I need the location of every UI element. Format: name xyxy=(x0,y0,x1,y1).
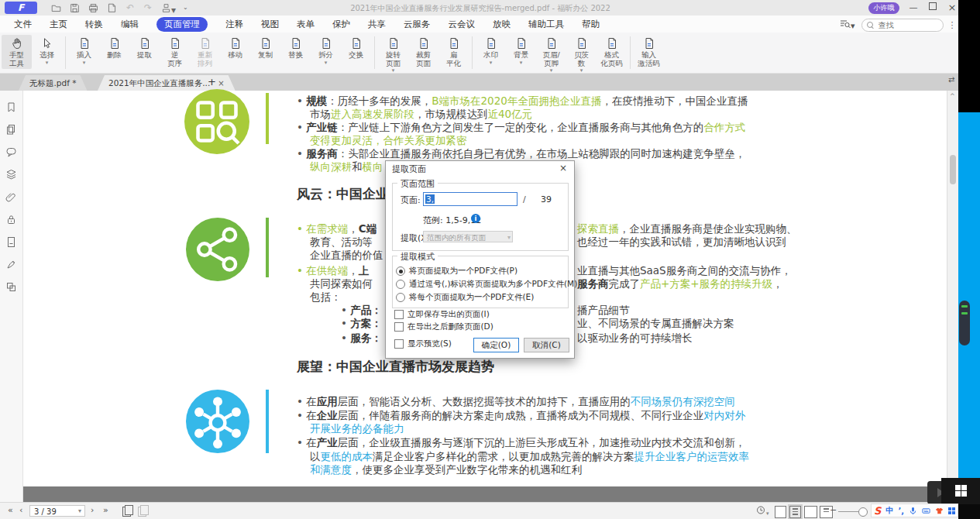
radio-comma-multi-pdf[interactable]: 通过逗号(,)标识将页面提取为多个PDF文件(M) xyxy=(396,279,577,290)
extract-page-button[interactable]: 提取 xyxy=(129,35,160,61)
menu-tab-1[interactable]: 文件 xyxy=(14,19,32,30)
prev-page-button[interactable]: ‹ xyxy=(19,505,22,515)
swap-panel-icon[interactable]: ⇄ xyxy=(948,75,954,84)
zoom-out-button[interactable]: − xyxy=(830,505,837,515)
find-replace-icon[interactable]: ▾ xyxy=(840,19,855,31)
radio-icon[interactable] xyxy=(396,293,405,302)
last-page-button[interactable]: » xyxy=(103,505,108,515)
attachment-icon[interactable] xyxy=(5,191,18,204)
menu-tab-15[interactable]: 帮助 xyxy=(582,19,600,30)
tab-untitled[interactable]: 无标题.pdf * xyxy=(19,75,87,91)
menu-tab-7[interactable]: 视图 xyxy=(261,19,279,30)
crop-page-button[interactable]: 裁剪 页面 xyxy=(408,35,438,69)
rotate-view-icon[interactable]: ▾ xyxy=(756,505,769,517)
comments-icon[interactable] xyxy=(5,146,18,159)
signature-icon[interactable] xyxy=(5,259,18,271)
radio-single-pdf[interactable]: 将页面提取为一个PDF文件(P) xyxy=(396,266,518,277)
radio-each-page-pdf[interactable]: 将每个页面提取为一个PDF文件(E) xyxy=(396,292,534,303)
swap-page-button[interactable]: 交换 xyxy=(341,35,371,61)
single-page-view-icon[interactable] xyxy=(775,506,786,518)
page-thumbnails-icon[interactable] xyxy=(5,124,18,136)
page-number-box[interactable]: 3 / 39▾ xyxy=(29,505,85,517)
security-icon[interactable] xyxy=(5,214,18,226)
mic-icon[interactable] xyxy=(909,507,917,515)
check-delete-after-export[interactable]: 在导出之后删除页面(D) xyxy=(394,321,493,332)
flatten-button[interactable]: 扁 平化 xyxy=(438,35,469,69)
more-options-icon[interactable]: ⋮ xyxy=(948,20,957,30)
move-page-button[interactable]: 移动 xyxy=(220,35,250,61)
page-range-input[interactable]: 3, xyxy=(423,192,518,206)
activation-code-button[interactable]: 输入 激活码 xyxy=(634,35,664,69)
file-panel-icon[interactable] xyxy=(5,236,18,249)
menu-tab-14[interactable]: 辅助工具 xyxy=(528,19,564,30)
print-icon[interactable] xyxy=(88,2,98,14)
toolbox-icon[interactable] xyxy=(948,507,955,514)
format-page-number-button[interactable]: 格式 化页码 xyxy=(597,35,627,69)
punctuation-icon[interactable]: ’, xyxy=(898,507,904,515)
check-save-exported[interactable]: 立即保存导出的页面(I) xyxy=(394,309,490,320)
dialog-close-icon[interactable]: × xyxy=(559,163,567,174)
sogou-logo-icon[interactable]: S xyxy=(874,505,881,517)
minimize-button[interactable]: — xyxy=(905,2,922,14)
delete-page-button[interactable]: 删除 xyxy=(99,35,129,61)
menu-tab-8[interactable]: 表单 xyxy=(297,19,315,30)
rotate-page-button[interactable]: 旋转 页面▾ xyxy=(378,35,408,74)
ok-button[interactable]: 确定(O) xyxy=(473,338,519,352)
info-icon[interactable]: i xyxy=(471,214,480,223)
bookmark-icon[interactable] xyxy=(5,101,18,114)
checkbox-icon[interactable] xyxy=(394,339,404,349)
next-page-button[interactable]: › xyxy=(91,505,94,515)
bates-number-button[interactable]: 贝茨 数▾ xyxy=(566,35,597,74)
tab-close-icon[interactable]: × xyxy=(218,79,224,88)
chinese-mode-icon[interactable]: 中 xyxy=(885,505,893,516)
hand-tool-button[interactable]: 手型 工具 xyxy=(2,35,32,69)
zoom-slider-knob[interactable] xyxy=(858,507,868,517)
radio-icon[interactable] xyxy=(396,266,405,276)
insert-page-button[interactable]: 插入▾ xyxy=(69,35,99,67)
collapse-panel-icon[interactable]: ^ xyxy=(950,93,955,100)
menu-tab-13[interactable]: 放映 xyxy=(493,19,511,30)
menu-tab-3[interactable]: 转换 xyxy=(85,19,103,30)
copy-page-button[interactable]: 复制 xyxy=(250,35,280,61)
new-tab-button[interactable]: + xyxy=(208,76,216,88)
snapshot-icon[interactable] xyxy=(122,507,131,517)
checkbox-icon[interactable] xyxy=(394,310,404,319)
app-logo[interactable]: F xyxy=(5,2,37,14)
save-icon[interactable] xyxy=(70,2,80,14)
search-input[interactable] xyxy=(877,20,927,30)
header-footer-icon xyxy=(545,36,558,50)
menu-tab-4[interactable]: 编辑 xyxy=(121,19,139,30)
watermark-button[interactable]: 水印▾ xyxy=(476,35,506,67)
radio-icon[interactable] xyxy=(396,280,405,289)
menu-tab-10[interactable]: 共享 xyxy=(368,19,386,30)
replace-page-button[interactable]: 替换 xyxy=(280,35,311,61)
facing-view-icon[interactable] xyxy=(804,506,817,518)
menu-tab-6[interactable]: 注释 xyxy=(225,19,243,30)
checkbox-icon[interactable] xyxy=(394,322,404,332)
menu-tab-5[interactable]: 页面管理 xyxy=(156,17,208,32)
continuous-view-icon[interactable] xyxy=(789,506,801,518)
reverse-order-button[interactable]: 逆 页序 xyxy=(160,35,190,69)
background-button[interactable]: 背景▾ xyxy=(506,35,536,67)
vertical-scrollbar[interactable] xyxy=(950,155,956,184)
layers-icon[interactable] xyxy=(5,169,18,181)
skin-icon[interactable] xyxy=(935,507,944,515)
windows-start-icon[interactable] xyxy=(955,485,967,497)
first-page-button[interactable]: « xyxy=(8,505,13,515)
menu-tab-11[interactable]: 云服务 xyxy=(404,19,431,30)
menu-tab-12[interactable]: 云会议 xyxy=(449,19,476,30)
select-tool-button[interactable]: 选择▾ xyxy=(32,35,62,67)
menu-tab-9[interactable]: 保护 xyxy=(332,19,350,30)
check-show-preview[interactable]: 显示预览(S) xyxy=(394,339,452,349)
menu-tab-2[interactable]: 主页 xyxy=(50,19,67,30)
export-page-icon[interactable] xyxy=(107,2,117,14)
split-view-icon[interactable] xyxy=(5,281,18,294)
keyboard-icon[interactable] xyxy=(922,507,930,515)
open-file-icon[interactable] xyxy=(51,2,61,14)
header-footer-button[interactable]: 页眉/ 页脚▾ xyxy=(536,35,566,74)
user-badge[interactable]: 小许哦 xyxy=(868,2,899,14)
split-doc-button[interactable]: 拆分▾ xyxy=(311,35,341,67)
cancel-button[interactable]: 取消(C) xyxy=(524,338,569,352)
floating-assistant-widget[interactable] xyxy=(959,301,970,345)
maximize-button[interactable] xyxy=(924,2,941,14)
